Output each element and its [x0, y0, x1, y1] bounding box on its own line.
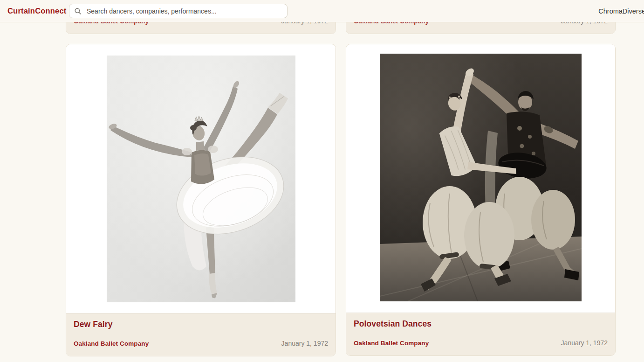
performance-date: January 1, 1972: [561, 339, 608, 347]
polovetsian-dances-photo: [380, 54, 582, 301]
search-box[interactable]: [69, 4, 288, 18]
performance-photo: [346, 44, 615, 313]
org-label: ChromaDiverse: [598, 0, 644, 22]
performance-title: Dew Fairy: [74, 320, 328, 329]
performance-title: Polovetsian Dances: [354, 320, 608, 328]
performance-photo: [66, 44, 336, 313]
company-link[interactable]: Oakland Ballet Company: [354, 339, 429, 347]
company-link[interactable]: Oakland Ballet Company: [74, 340, 149, 348]
app-logo[interactable]: CurtainConnect: [7, 7, 67, 15]
performance-date: January 1, 1972: [281, 340, 328, 348]
results-grid: Oakland Ballet Company January 1, 1972 O…: [0, 22, 644, 362]
app-header: CurtainConnect ChromaDiverse: [0, 0, 644, 22]
performance-card[interactable]: Polovetsian Dances Oakland Ballet Compan…: [346, 44, 616, 356]
search-icon: [74, 7, 82, 15]
card-footer: Polovetsian Dances Oakland Ballet Compan…: [346, 313, 615, 355]
search-input[interactable]: [86, 7, 282, 15]
card-footer: Dew Fairy Oakland Ballet Company January…: [66, 313, 336, 356]
performance-card[interactable]: Dew Fairy Oakland Ballet Company January…: [66, 44, 336, 356]
dew-fairy-photo: [107, 56, 295, 302]
